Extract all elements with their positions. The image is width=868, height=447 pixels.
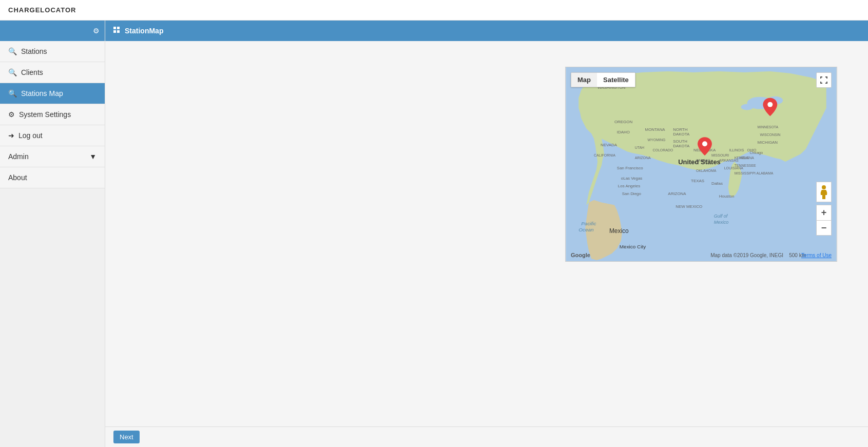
svg-text:Houston: Houston — [719, 194, 735, 199]
layout: ⚙ 🔍 Stations 🔍 Clients 🔍 Stations Map ⚙ … — [0, 21, 868, 447]
svg-rect-3 — [117, 30, 120, 33]
svg-text:INDIANA: INDIANA — [740, 156, 755, 160]
map-branding: Google — [571, 252, 590, 258]
admin-label: Admin — [8, 152, 29, 161]
svg-text:UTAH: UTAH — [635, 146, 644, 149]
svg-point-61 — [822, 185, 826, 189]
map-background: Pacific Ocean OREGON IDAHO NEVADA CALIFO… — [566, 67, 837, 261]
svg-text:Pacific: Pacific — [581, 221, 596, 226]
svg-text:ARIZONA: ARIZONA — [668, 191, 686, 196]
svg-text:OREGON: OREGON — [614, 120, 633, 124]
sidebar-item-about-label: About — [8, 173, 27, 182]
sidebar-item-logout-label: Log out — [18, 131, 43, 140]
svg-text:SOUTH: SOUTH — [673, 139, 687, 144]
gear-icon-settings: ⚙ — [8, 110, 15, 119]
svg-text:United States: United States — [678, 158, 721, 166]
svg-text:ILLINOIS: ILLINOIS — [729, 148, 744, 152]
sidebar-item-system-settings-label: System Settings — [19, 110, 71, 119]
svg-text:OKLAHOMA: OKLAHOMA — [696, 169, 717, 172]
map-attribution: Map data ©2019 Google, INEGI 500 km — [710, 252, 806, 258]
svg-text:MONTANA: MONTANA — [645, 127, 666, 132]
svg-text:Los Angeles: Los Angeles — [618, 184, 640, 188]
svg-text:WYOMING: WYOMING — [648, 138, 666, 142]
svg-point-60 — [702, 141, 707, 146]
map-fullscreen-button[interactable] — [816, 72, 832, 88]
topbar: CHARGELOCATOR — [0, 0, 868, 21]
map-zoom-in-button[interactable]: + — [816, 205, 832, 220]
map-zoom-out-button[interactable]: − — [816, 220, 832, 236]
sidebar-item-admin[interactable]: Admin ▼ — [0, 146, 105, 167]
svg-text:Mexico: Mexico — [609, 227, 629, 235]
svg-text:CALIFORNIA: CALIFORNIA — [594, 153, 615, 157]
svg-text:WISCONSIN: WISCONSIN — [760, 133, 780, 137]
svg-text:ARKANSAS: ARKANSAS — [719, 159, 739, 162]
svg-text:IDAHO: IDAHO — [617, 130, 630, 134]
svg-rect-0 — [113, 27, 116, 29]
sidebar-item-stations-label: Stations — [21, 47, 47, 55]
svg-point-12 — [741, 104, 754, 110]
map-pegman-button[interactable] — [816, 182, 832, 202]
svg-text:MISSISSIPPI ALABAMA: MISSISSIPPI ALABAMA — [735, 171, 774, 175]
svg-text:MISSOURI: MISSOURI — [711, 153, 729, 157]
svg-point-59 — [767, 102, 773, 107]
svg-text:Chicago: Chicago — [750, 151, 763, 155]
svg-rect-1 — [117, 27, 120, 29]
svg-text:Ocean: Ocean — [578, 227, 594, 232]
svg-text:oLas Vegas: oLas Vegas — [621, 176, 643, 181]
svg-point-9 — [699, 200, 780, 251]
search-icon: 🔍 — [8, 47, 17, 55]
sidebar-item-logout[interactable]: ➜ Log out — [0, 125, 105, 146]
svg-text:Mexico: Mexico — [714, 220, 728, 225]
svg-text:TEXAS: TEXAS — [691, 179, 704, 183]
content-header-title: StationMap — [125, 27, 163, 35]
svg-text:NEW MEXICO: NEW MEXICO — [676, 204, 702, 209]
satellite-view-button[interactable]: Satellite — [597, 73, 635, 87]
sidebar-item-stations-map[interactable]: 🔍 Stations Map — [0, 83, 105, 104]
svg-text:San Diego: San Diego — [622, 191, 642, 196]
sidebar-item-system-settings[interactable]: ⚙ System Settings — [0, 104, 105, 125]
sidebar-item-stations-map-label: Stations Map — [21, 89, 63, 98]
svg-text:San Francisco: San Francisco — [617, 166, 643, 170]
map-type-controls: Map Satellite — [571, 72, 635, 87]
svg-text:MINNESOTA: MINNESOTA — [757, 125, 778, 129]
map-zoom-controls: + − — [816, 205, 832, 236]
sidebar-item-clients-label: Clients — [21, 68, 43, 76]
content-body: Map Satellite — [105, 41, 868, 426]
footer: Next — [105, 426, 868, 447]
sidebar-header: ⚙ — [0, 21, 105, 41]
search-icon-map: 🔍 — [8, 89, 17, 98]
svg-text:Dallas: Dallas — [711, 181, 723, 186]
chevron-down-icon: ▼ — [89, 152, 97, 161]
svg-text:Mexico City: Mexico City — [620, 244, 646, 249]
svg-text:DAKOTA: DAKOTA — [673, 132, 690, 137]
main-content: StationMap Map Satellite — [105, 21, 868, 447]
sidebar-item-stations[interactable]: 🔍 Stations — [0, 41, 105, 62]
app-title: CHARGELOCATOR — [8, 6, 76, 14]
svg-text:LOUISIANA: LOUISIANA — [724, 166, 743, 170]
next-button[interactable]: Next — [113, 431, 140, 443]
grid-icon — [113, 27, 121, 35]
map-view-button[interactable]: Map — [571, 73, 597, 87]
logout-icon: ➜ — [8, 131, 14, 140]
map-terms-link[interactable]: Terms of Use — [801, 252, 832, 258]
svg-text:NORTH: NORTH — [673, 127, 687, 132]
sidebar-item-clients[interactable]: 🔍 Clients — [0, 62, 105, 83]
sidebar-item-about[interactable]: About — [0, 167, 105, 188]
svg-text:MICHIGAN: MICHIGAN — [757, 140, 778, 145]
svg-rect-2 — [113, 30, 116, 33]
svg-text:Gulf of: Gulf of — [714, 213, 728, 219]
svg-text:COLORADO: COLORADO — [653, 148, 673, 152]
svg-text:ARIZONA: ARIZONA — [635, 156, 651, 160]
svg-text:DAKOTA: DAKOTA — [673, 144, 690, 148]
svg-text:NEVADA: NEVADA — [601, 143, 618, 147]
map-container: Map Satellite — [565, 67, 837, 262]
sidebar: ⚙ 🔍 Stations 🔍 Clients 🔍 Stations Map ⚙ … — [0, 21, 105, 447]
search-icon-clients: 🔍 — [8, 68, 17, 76]
settings-icon[interactable]: ⚙ — [93, 27, 100, 35]
content-header: StationMap — [105, 21, 868, 41]
